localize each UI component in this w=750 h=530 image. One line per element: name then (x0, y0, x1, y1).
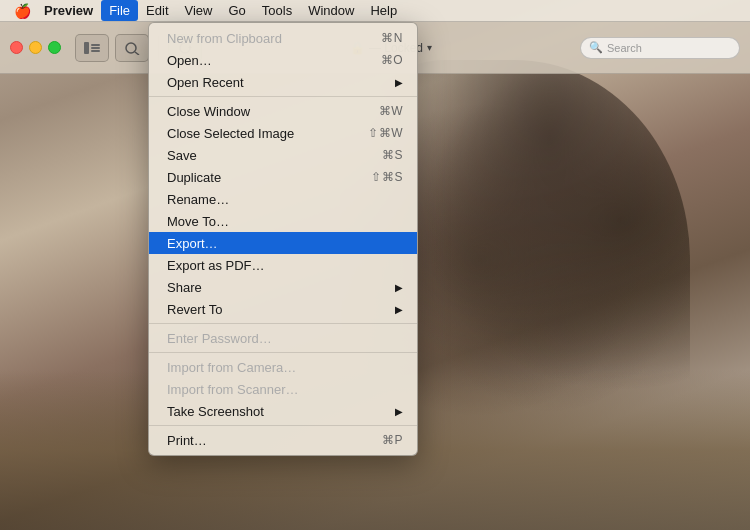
menu-item-import-scanner[interactable]: Import from Scanner… (149, 378, 417, 400)
menu-item-open-recent[interactable]: Open Recent ▶ (149, 71, 417, 93)
menu-item-export-pdf[interactable]: Export as PDF… (149, 254, 417, 276)
apple-menu[interactable]: 🍎 (8, 3, 36, 19)
maximize-button[interactable] (48, 41, 61, 54)
menu-separator-4 (149, 425, 417, 426)
search-box[interactable]: 🔍 Search (580, 37, 740, 59)
menu-item-import-camera[interactable]: Import from Camera… (149, 356, 417, 378)
menubar-item-edit[interactable]: Edit (138, 0, 176, 21)
apple-icon: 🍎 (14, 3, 31, 19)
menu-item-share[interactable]: Share ▶ (149, 276, 417, 298)
sidebar-toggle-button[interactable] (75, 34, 109, 62)
menu-item-new-from-clipboard[interactable]: New from Clipboard ⌘N (149, 27, 417, 49)
menu-item-enter-password[interactable]: Enter Password… (149, 327, 417, 349)
menu-item-rename[interactable]: Rename… (149, 188, 417, 210)
svg-rect-3 (91, 50, 100, 52)
svg-line-5 (135, 52, 139, 55)
svg-point-4 (126, 43, 136, 53)
minimize-button[interactable] (29, 41, 42, 54)
menu-item-print[interactable]: Print… ⌘P (149, 429, 417, 451)
menubar-item-go[interactable]: Go (220, 0, 253, 21)
menubar-item-view[interactable]: View (177, 0, 221, 21)
svg-rect-1 (91, 44, 100, 46)
menubar-item-file[interactable]: File (101, 0, 138, 21)
menu-item-move-to[interactable]: Move To… (149, 210, 417, 232)
menu-item-close-selected-image[interactable]: Close Selected Image ⇧⌘W (149, 122, 417, 144)
traffic-lights (10, 41, 61, 54)
chevron-down-icon: ▾ (427, 42, 432, 53)
close-button[interactable] (10, 41, 23, 54)
menu-separator-2 (149, 323, 417, 324)
menubar-item-help[interactable]: Help (362, 0, 405, 21)
menu-item-save[interactable]: Save ⌘S (149, 144, 417, 166)
search-placeholder: Search (607, 42, 642, 54)
menubar-item-tools[interactable]: Tools (254, 0, 300, 21)
menu-item-take-screenshot[interactable]: Take Screenshot ▶ (149, 400, 417, 422)
menubar-item-preview[interactable]: Preview (36, 0, 101, 21)
menu-separator-3 (149, 352, 417, 353)
menu-item-revert-to[interactable]: Revert To ▶ (149, 298, 417, 320)
menubar-item-window[interactable]: Window (300, 0, 362, 21)
menu-item-open[interactable]: Open… ⌘O (149, 49, 417, 71)
zoom-fit-button[interactable] (115, 34, 149, 62)
menu-item-close-window[interactable]: Close Window ⌘W (149, 100, 417, 122)
menu-item-export[interactable]: Export… (149, 232, 417, 254)
menu-separator-1 (149, 96, 417, 97)
search-icon: 🔍 (589, 41, 603, 54)
svg-rect-0 (84, 42, 89, 54)
menu-item-duplicate[interactable]: Duplicate ⇧⌘S (149, 166, 417, 188)
menubar: 🍎 Preview File Edit View Go Tools Window… (0, 0, 750, 22)
file-dropdown-menu: New from Clipboard ⌘N Open… ⌘O Open Rece… (148, 22, 418, 456)
svg-rect-2 (91, 47, 100, 49)
